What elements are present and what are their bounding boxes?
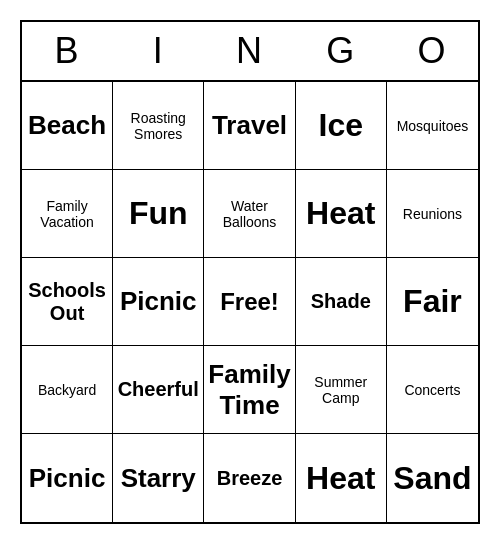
bingo-cell: Picnic <box>22 434 113 522</box>
bingo-cell: Schools Out <box>22 258 113 346</box>
header-letter: N <box>204 22 295 80</box>
bingo-cell: Family Time <box>204 346 295 434</box>
bingo-cell: Free! <box>204 258 295 346</box>
bingo-cell: Fun <box>113 170 204 258</box>
bingo-cell: Shade <box>296 258 387 346</box>
header-letter: O <box>387 22 478 80</box>
bingo-cell: Water Balloons <box>204 170 295 258</box>
header-letter: B <box>22 22 113 80</box>
header-letter: G <box>296 22 387 80</box>
bingo-grid: BeachRoasting SmoresTravelIceMosquitoesF… <box>22 82 478 522</box>
bingo-cell: Picnic <box>113 258 204 346</box>
bingo-cell: Beach <box>22 82 113 170</box>
bingo-cell: Ice <box>296 82 387 170</box>
bingo-header: BINGO <box>22 22 478 82</box>
bingo-cell: Heat <box>296 170 387 258</box>
bingo-cell: Concerts <box>387 346 478 434</box>
bingo-cell: Summer Camp <box>296 346 387 434</box>
bingo-cell: Sand <box>387 434 478 522</box>
bingo-card: BINGO BeachRoasting SmoresTravelIceMosqu… <box>20 20 480 524</box>
bingo-cell: Mosquitoes <box>387 82 478 170</box>
bingo-cell: Heat <box>296 434 387 522</box>
bingo-cell: Backyard <box>22 346 113 434</box>
bingo-cell: Reunions <box>387 170 478 258</box>
bingo-cell: Cheerful <box>113 346 204 434</box>
bingo-cell: Starry <box>113 434 204 522</box>
bingo-cell: Travel <box>204 82 295 170</box>
header-letter: I <box>113 22 204 80</box>
bingo-cell: Roasting Smores <box>113 82 204 170</box>
bingo-cell: Breeze <box>204 434 295 522</box>
bingo-cell: Family Vacation <box>22 170 113 258</box>
bingo-cell: Fair <box>387 258 478 346</box>
